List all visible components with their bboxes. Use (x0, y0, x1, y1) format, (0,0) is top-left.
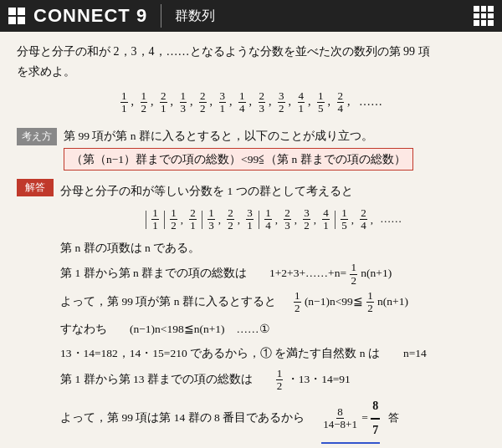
answer-expr-line3: 1+2+3+……+n= (269, 267, 346, 279)
frac-3-2: 32 (278, 90, 285, 115)
header-divider (161, 4, 161, 28)
answer-rest-line3: n(n+1) (361, 267, 392, 279)
gs-frac-3-1: 31 (246, 207, 254, 232)
gs-frac-1-3: 13 (207, 207, 215, 232)
frac-4-1: 41 (298, 90, 305, 115)
gs-frac-1-4: 14 (264, 207, 272, 232)
thinking-condition-wrap: （第（n−1）群までの項の総数）<99≦（第 n 群までの項の総数） (64, 148, 485, 171)
thinking-label: 考え方 (17, 128, 57, 145)
gs-frac-3-2: 32 (303, 207, 310, 232)
answer-frac-line4a: 1 2 (294, 290, 301, 315)
frac-1-3: 13 (180, 90, 187, 115)
answer-prefix-line4: よって，第 99 項が第 n 群に入るとすると (60, 295, 276, 308)
answer-frac-line7: 1 2 (276, 368, 284, 393)
frac-3-1: 31 (219, 90, 227, 115)
answer-equals: = (361, 411, 368, 424)
answer-prefix-line7: 第 1 群から第 13 群までの項の総数は (60, 373, 253, 385)
answer-line8: よって，第 99 項は第 14 群の 8 番目であるから 8 14−8+1 = … (60, 395, 485, 443)
answer-expr-line4b: n(n+1) (377, 295, 408, 308)
gs-frac-1-2: 12 (170, 207, 177, 232)
header-right-icon (474, 6, 494, 26)
gs-frac-1-5: 15 (341, 207, 348, 232)
problem-statement: 分母と分子の和が 2，3，4，……となるような分数を並べた次の数列の第 99 項… (17, 42, 485, 82)
connect-label: CONNECT (33, 5, 131, 26)
answer-frac-line8a: 8 14−8+1 (322, 406, 358, 431)
fraction-sequence: 11, 12, 21, 13, 22, 31, 14, 23, 32, 41, … (17, 90, 485, 115)
thinking-line1: 第 99 項が第 n 群に入るとすると，以下のことが成り立つ。 (64, 126, 485, 146)
gs-frac-4-1: 41 (322, 207, 330, 232)
answer-prefix-line5: すなわち (60, 323, 107, 335)
answer-frac-line3: 1 2 (350, 262, 357, 287)
page-content: 分母と分子の和が 2，3，4，……となるような分数を並べた次の数列の第 99 項… (0, 32, 502, 448)
thinking-section: 考え方 第 99 項が第 n 群に入るとすると，以下のことが成り立つ。 （第（n… (17, 126, 485, 171)
frac-1-1: 11 (120, 90, 128, 115)
grouped-sequence: 11 12, 21 13, 22, 31 14, 23, 32, 41 15, … (60, 207, 485, 232)
answer-label: 解答 (17, 179, 54, 196)
gs-frac-2-3: 23 (284, 207, 291, 232)
answer-final-expr: 8 14−8+1 = 8 7 (321, 395, 380, 443)
answer-result-frac: 8 7 (371, 395, 380, 441)
gs-frac-2-2: 22 (227, 207, 234, 232)
answer-body: 分母と分子の和が等しい分数を 1 つの群として考えると 11 12, 21 13… (60, 177, 485, 446)
answer-line2: 第 n 群の項数は n である。 (60, 237, 485, 259)
answer-text-line1: 分母と分子の和が等しい分数を 1 つの群として考えると (60, 185, 353, 197)
gs-frac-1-1: 11 (151, 207, 159, 232)
problem-text-line2: を求めよ。 (17, 65, 75, 78)
header: CONNECT 9 群数列 (0, 0, 502, 32)
gs-frac-2-4: 24 (360, 207, 367, 232)
chapter-number: 9 (136, 5, 147, 26)
answer-prefix-line3: 第 1 群から第 n 群までの項の総数は (60, 267, 247, 279)
answer-text-line2: 第 n 群の項数は n である。 (60, 242, 200, 254)
answer-text-line6: 13・14=182，14・15=210 であるから，① を満たす自然数 n は … (60, 347, 427, 359)
answer-rest-line7: ・13・14=91 (287, 373, 351, 385)
answer-line5: すなわち (n−1)n<198≦n(n+1) ……① (60, 318, 485, 340)
header-logo-icon (8, 8, 25, 24)
answer-line4: よって，第 99 項が第 n 群に入るとすると 1 2 (n−1)n<99≦ 1… (60, 290, 485, 315)
thinking-condition: （第（n−1）群までの項の総数）<99≦（第 n 群までの項の総数） (64, 148, 413, 171)
gs-frac-2-1: 21 (189, 207, 197, 232)
frac-2-4: 24 (337, 90, 345, 115)
frac-1-5: 15 (317, 90, 325, 115)
header-title: CONNECT 9 (33, 5, 147, 27)
answer-line6: 13・14=182，14・15=210 であるから，① を満たす自然数 n は … (60, 343, 485, 364)
answer-line7: 第 1 群から第 13 群までの項の総数は 1 2 ・13・14=91 (60, 368, 485, 393)
answer-ans-label: 答 (388, 411, 399, 424)
header-subtitle: 群数列 (175, 8, 215, 25)
answer-frac-line4b: 1 2 (366, 290, 374, 315)
frac-1-4: 14 (238, 90, 246, 115)
answer-expr-line4a: (n−1)n<99≦ (305, 295, 363, 308)
answer-prefix-line8: よって，第 99 項は第 14 群の 8 番目であるから (60, 411, 305, 424)
answer-line1: 分母と分子の和が等しい分数を 1 つの群として考えると (60, 181, 485, 202)
thinking-body: 第 99 項が第 n 群に入るとすると，以下のことが成り立つ。 （第（n−1）群… (64, 126, 485, 171)
frac-2-3: 23 (259, 90, 266, 115)
answer-line3: 第 1 群から第 n 群までの項の総数は 1+2+3+……+n= 1 2 n(n… (60, 262, 485, 287)
frac-2-1: 21 (160, 90, 167, 115)
answer-expr-line5: (n−1)n<198≦n(n+1) ……① (130, 323, 270, 335)
frac-2-2: 22 (199, 90, 207, 115)
frac-1-2: 12 (141, 90, 148, 115)
problem-text-line1: 分母と分子の和が 2，3，4，……となるような分数を並べた次の数列の第 99 項 (17, 45, 430, 58)
answer-section: 解答 分母と分子の和が等しい分数を 1 つの群として考えると 11 12, 21… (17, 177, 485, 446)
